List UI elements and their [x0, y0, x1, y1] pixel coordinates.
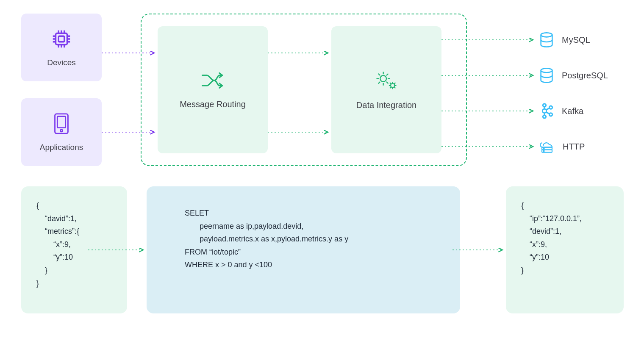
sink-mysql: MySQL: [538, 31, 590, 48]
svg-rect-0: [56, 33, 67, 45]
example-input-json: { “david”:1, “metrics”:{ “x”:9, “y”:10 }…: [21, 186, 127, 313]
svg-point-12: [549, 106, 552, 109]
kafka-icon: [538, 103, 555, 119]
svg-point-8: [541, 68, 552, 72]
svg-point-10: [542, 109, 546, 113]
example-output-json: { “ip”:“127.0.0.1”, “devid”:1, “x”:9, “y…: [506, 186, 624, 313]
svg-point-17: [543, 150, 544, 151]
sink-http-label: HTTP: [563, 142, 585, 152]
svg-point-7: [541, 33, 552, 37]
source-devices: Devices: [21, 14, 102, 81]
chip-icon: [50, 28, 73, 52]
svg-point-13: [549, 113, 552, 116]
shuffle-icon: [201, 71, 225, 92]
source-applications-label: Applications: [40, 143, 83, 152]
svg-point-9: [543, 104, 546, 107]
sink-http: HTTP: [538, 138, 585, 155]
svg-point-4: [60, 130, 62, 132]
database-icon: [538, 31, 555, 48]
svg-point-16: [543, 148, 544, 149]
sink-kafka-label: Kafka: [562, 106, 583, 116]
sink-postgresql: PostgreSQL: [538, 67, 608, 84]
cloud-server-icon: [538, 138, 556, 155]
gears-icon: [374, 70, 399, 93]
database-icon: [538, 67, 555, 84]
svg-rect-3: [57, 116, 65, 128]
svg-point-11: [543, 115, 546, 118]
processor-message-routing: Message Routing: [158, 26, 268, 153]
source-devices-label: Devices: [47, 58, 76, 67]
example-sql: SELET peername as ip,payload.devid, payl…: [147, 186, 460, 313]
device-icon: [51, 112, 72, 137]
processor-data-integration-label: Data Integration: [356, 100, 416, 110]
processor-message-routing-label: Message Routing: [180, 100, 246, 109]
svg-point-5: [380, 75, 386, 82]
sink-mysql-label: MySQL: [562, 35, 590, 45]
sink-postgresql-label: PostgreSQL: [562, 71, 608, 80]
sink-kafka: Kafka: [538, 103, 583, 119]
svg-point-6: [391, 83, 394, 87]
source-applications: Applications: [21, 98, 102, 166]
svg-rect-1: [58, 36, 64, 42]
processor-data-integration: Data Integration: [331, 26, 441, 153]
